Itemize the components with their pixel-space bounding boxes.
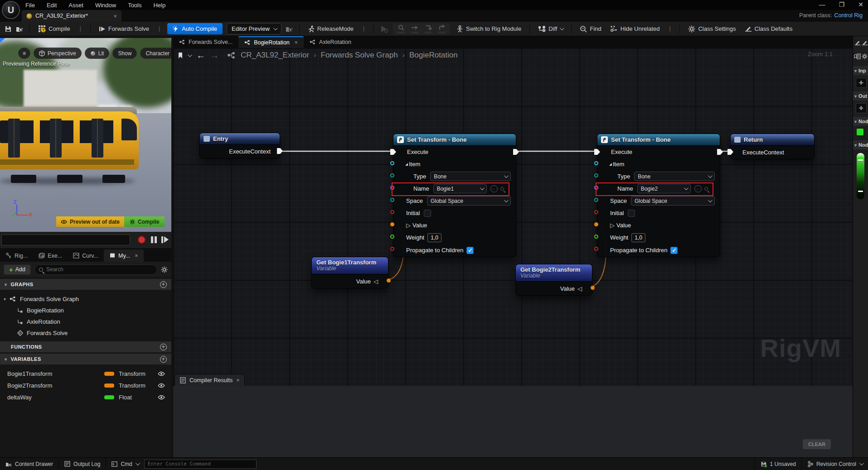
maximize-icon[interactable]: ❐	[839, 1, 845, 8]
exec-in-pin[interactable]	[390, 149, 396, 155]
preview-viewport[interactable]: ≡ Perspective Lit Show Character LOD Pre…	[0, 38, 171, 232]
gear-icon[interactable]	[862, 53, 868, 59]
weight-input[interactable]: 1,0	[631, 233, 645, 242]
space-dropdown[interactable]: Global Space	[427, 196, 511, 206]
value-out-pin[interactable]	[591, 286, 595, 290]
class-settings-button[interactable]: Class Settings	[686, 24, 738, 34]
find-button[interactable]: Find	[577, 24, 603, 34]
name-pin[interactable]	[594, 186, 598, 190]
debug-play-icon[interactable]	[380, 25, 389, 33]
get-bogie2transform-node[interactable]: Get Bogie2Transform Variable Value ◁	[515, 264, 592, 296]
menu-file[interactable]: File	[25, 2, 35, 9]
release-mode-button[interactable]: ReleaseMode	[305, 24, 356, 34]
details-icon[interactable]	[854, 53, 861, 59]
space-pin[interactable]	[594, 198, 598, 202]
step-into-icon[interactable]	[425, 24, 432, 34]
use-selected-icon[interactable]: ←	[694, 185, 702, 192]
breadcrumb-asset[interactable]: CR_A3L92_Exterior	[241, 51, 309, 60]
graphs-section-header[interactable]: ▾ GRAPHS +	[0, 279, 171, 290]
propagate-checkbox[interactable]: ✓	[466, 247, 474, 254]
space-pin[interactable]	[390, 198, 394, 202]
settings-gear-icon[interactable]	[161, 266, 168, 273]
eye-icon[interactable]	[158, 371, 165, 376]
value-out-pin[interactable]	[387, 278, 391, 283]
breadcrumb-subgraph[interactable]: BogieRotation	[409, 51, 458, 60]
asset-tab[interactable]: CR_A3L92_Exterior* ×	[22, 10, 121, 22]
item-pin[interactable]	[594, 161, 598, 165]
switch-to-rig-module-button[interactable]: Switch to Rig Module	[454, 24, 524, 34]
value-pin[interactable]	[390, 222, 394, 226]
value-pin[interactable]	[594, 222, 598, 226]
clear-button[interactable]: CLEAR	[803, 439, 831, 449]
back-arrow-icon[interactable]: ←	[196, 50, 205, 61]
weight-input[interactable]: 1,0	[427, 233, 441, 242]
diff-button[interactable]: Diff	[536, 24, 565, 34]
output-pin-icon[interactable]: ✛	[856, 103, 867, 113]
breadcrumb-graph[interactable]: Forwards Solve Graph	[321, 51, 398, 60]
variables-section-header[interactable]: ▾ VARIABLES +	[0, 354, 171, 364]
release-options-icon[interactable]: ⋮	[360, 25, 368, 32]
expand-triangle-icon[interactable]	[405, 163, 408, 166]
compiler-tab-close-icon[interactable]: ×	[236, 377, 239, 384]
compiler-results-tab[interactable]: Compiler Results ×	[175, 374, 245, 386]
tab-close-icon[interactable]: ×	[135, 253, 138, 259]
propagate-pin[interactable]	[594, 247, 598, 251]
graph-tab-bogierotation[interactable]: BogieRotation ×	[238, 36, 304, 48]
initial-checkbox[interactable]	[628, 210, 635, 217]
output-section-header[interactable]: ▾Out	[853, 91, 868, 101]
node-color-swatch[interactable]	[857, 129, 863, 135]
exec-out-pin[interactable]	[277, 148, 283, 154]
inputs-section-header[interactable]: ▾Inp	[853, 66, 868, 75]
eye-icon[interactable]	[158, 383, 165, 388]
add-graph-icon[interactable]: +	[160, 281, 167, 288]
input-pin-icon[interactable]: ✛	[856, 78, 867, 88]
hide-unrelated-options-icon[interactable]: ⋮	[666, 25, 674, 32]
type-pin[interactable]	[390, 173, 394, 177]
hide-unrelated-button[interactable]: Hide Unrelated	[608, 24, 662, 34]
record-icon[interactable]	[138, 236, 145, 244]
preview-browse-icon[interactable]	[286, 25, 293, 33]
tab-my-blueprint[interactable]: My... ×	[104, 249, 143, 262]
browse-asset-icon[interactable]	[16, 25, 24, 33]
entry-node[interactable]: Entry ExecuteContext	[199, 133, 280, 158]
cmd-dropdown[interactable]: Cmd	[106, 458, 144, 470]
exec-out-pin[interactable]	[717, 149, 723, 155]
step-over-icon[interactable]	[411, 24, 418, 34]
auto-compile-button[interactable]: Auto Compile	[167, 23, 223, 34]
parent-class-link[interactable]: Control Rig	[834, 12, 863, 19]
initial-pin[interactable]	[594, 210, 598, 214]
graph-tab-forwards-solve[interactable]: Forwards Solve...	[173, 36, 238, 48]
propagate-checkbox[interactable]: ✓	[670, 247, 678, 254]
menu-asset[interactable]: Asset	[68, 2, 83, 9]
weight-pin[interactable]	[594, 235, 598, 239]
add-button[interactable]: + Add	[4, 264, 31, 275]
train-model[interactable]	[0, 107, 142, 183]
variable-row-bogie1transform[interactable]: Bogie1Transform Transform	[0, 368, 171, 379]
exec-in-pin[interactable]	[594, 149, 600, 155]
variable-row-deltaway[interactable]: deltaWay Float	[0, 391, 171, 403]
functions-section-header[interactable]: FUNCTIONS +	[0, 341, 171, 352]
search-input[interactable]	[46, 266, 153, 273]
search-box[interactable]	[34, 264, 157, 275]
character-dropdown[interactable]: Character	[140, 48, 171, 59]
menu-edit[interactable]: Edit	[47, 2, 57, 9]
node-defaults-header[interactable]: ▾Node D	[853, 140, 868, 149]
exec-in-pin[interactable]	[727, 149, 733, 155]
initial-checkbox[interactable]	[424, 210, 431, 217]
pencil-icon[interactable]	[854, 40, 861, 46]
console-input-box[interactable]	[144, 460, 257, 469]
bookmark-icon[interactable]	[178, 52, 183, 59]
propagate-pin[interactable]	[390, 247, 394, 251]
unsaved-indicator[interactable]: 1 Unsaved	[755, 458, 802, 470]
asset-tab-close-icon[interactable]: ×	[113, 13, 117, 19]
item-pin[interactable]	[390, 161, 394, 165]
step-out-icon[interactable]	[438, 24, 446, 34]
type-pin[interactable]	[594, 173, 598, 177]
exec-out-pin[interactable]	[513, 149, 519, 155]
browse-name-icon[interactable]	[500, 187, 504, 191]
content-drawer-button[interactable]: Content Drawer	[0, 458, 59, 470]
tab-execution[interactable]: Exe...	[33, 249, 68, 262]
compile-options-icon[interactable]: ⋮	[77, 25, 84, 32]
compile-button[interactable]: ? Compile	[36, 24, 73, 34]
return-node[interactable]: Return ExecuteContext	[730, 134, 815, 159]
